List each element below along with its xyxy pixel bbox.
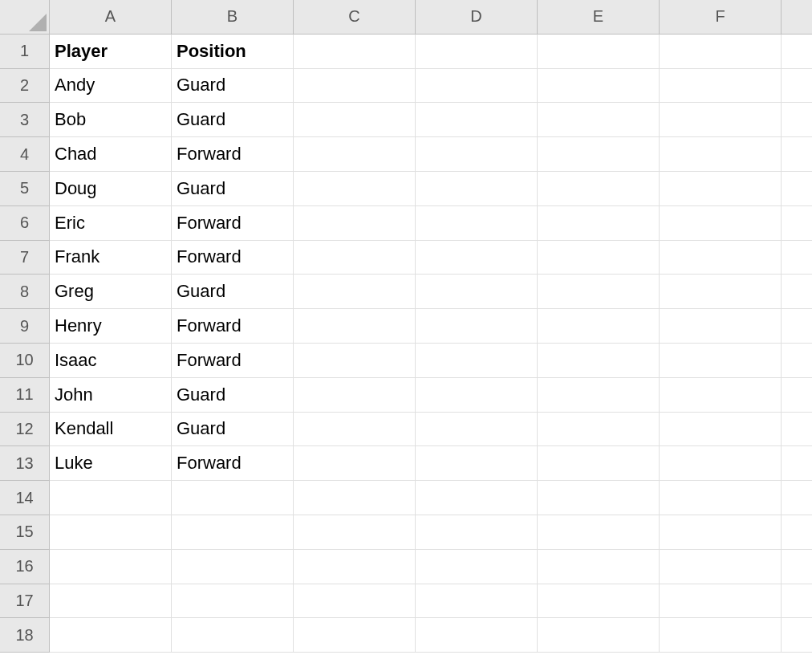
row-header-7[interactable]: 7: [0, 241, 50, 275]
row-header-15[interactable]: 15: [0, 515, 50, 550]
cell-B8[interactable]: Guard: [172, 275, 294, 309]
cell-F13[interactable]: [660, 446, 782, 481]
row-header-3[interactable]: 3: [0, 103, 50, 137]
cell-B17[interactable]: [172, 584, 294, 619]
cell-E12[interactable]: [538, 413, 660, 447]
cell-B2[interactable]: Guard: [172, 69, 294, 104]
cell-F14[interactable]: [660, 481, 782, 515]
col-header-A[interactable]: A: [50, 0, 172, 35]
cell-G11[interactable]: [782, 378, 812, 413]
cell-E8[interactable]: [538, 275, 660, 309]
row-header-1[interactable]: 1: [0, 35, 50, 69]
cell-E10[interactable]: [538, 344, 660, 378]
spreadsheet-grid[interactable]: A B C D E F 1 Player Position 2 Andy Gua…: [0, 0, 812, 653]
cell-F10[interactable]: [660, 344, 782, 378]
cell-E15[interactable]: [538, 515, 660, 550]
cell-G5[interactable]: [782, 172, 812, 206]
cell-C17[interactable]: [294, 584, 416, 619]
cell-C16[interactable]: [294, 550, 416, 584]
cell-A3[interactable]: Bob: [50, 103, 172, 137]
cell-A13[interactable]: Luke: [50, 446, 172, 481]
cell-C6[interactable]: [294, 206, 416, 241]
cell-B3[interactable]: Guard: [172, 103, 294, 137]
cell-B16[interactable]: [172, 550, 294, 584]
cell-D13[interactable]: [416, 446, 538, 481]
cell-E6[interactable]: [538, 206, 660, 241]
cell-E17[interactable]: [538, 584, 660, 619]
cell-G8[interactable]: [782, 275, 812, 309]
cell-C7[interactable]: [294, 241, 416, 275]
cell-D7[interactable]: [416, 241, 538, 275]
cell-G6[interactable]: [782, 206, 812, 241]
cell-E11[interactable]: [538, 378, 660, 413]
cell-D12[interactable]: [416, 413, 538, 447]
row-header-6[interactable]: 6: [0, 206, 50, 241]
cell-B11[interactable]: Guard: [172, 378, 294, 413]
cell-D2[interactable]: [416, 69, 538, 104]
cell-F8[interactable]: [660, 275, 782, 309]
cell-F5[interactable]: [660, 172, 782, 206]
cell-G2[interactable]: [782, 69, 812, 104]
cell-D18[interactable]: [416, 618, 538, 653]
cell-G14[interactable]: [782, 481, 812, 515]
row-header-14[interactable]: 14: [0, 481, 50, 515]
cell-F9[interactable]: [660, 309, 782, 344]
cell-E18[interactable]: [538, 618, 660, 653]
cell-C5[interactable]: [294, 172, 416, 206]
cell-A4[interactable]: Chad: [50, 137, 172, 172]
cell-A1[interactable]: Player: [50, 35, 172, 69]
cell-E3[interactable]: [538, 103, 660, 137]
cell-E4[interactable]: [538, 137, 660, 172]
row-header-4[interactable]: 4: [0, 137, 50, 172]
row-header-18[interactable]: 18: [0, 618, 50, 653]
cell-F18[interactable]: [660, 618, 782, 653]
cell-A18[interactable]: [50, 618, 172, 653]
cell-A9[interactable]: Henry: [50, 309, 172, 344]
cell-G18[interactable]: [782, 618, 812, 653]
cell-D16[interactable]: [416, 550, 538, 584]
cell-D3[interactable]: [416, 103, 538, 137]
cell-F12[interactable]: [660, 413, 782, 447]
col-header-F[interactable]: F: [660, 0, 782, 35]
cell-D8[interactable]: [416, 275, 538, 309]
cell-B4[interactable]: Forward: [172, 137, 294, 172]
cell-A2[interactable]: Andy: [50, 69, 172, 104]
cell-F6[interactable]: [660, 206, 782, 241]
cell-C1[interactable]: [294, 35, 416, 69]
cell-G12[interactable]: [782, 413, 812, 447]
cell-C13[interactable]: [294, 446, 416, 481]
cell-A6[interactable]: Eric: [50, 206, 172, 241]
cell-B15[interactable]: [172, 515, 294, 550]
cell-E7[interactable]: [538, 241, 660, 275]
cell-A10[interactable]: Isaac: [50, 344, 172, 378]
cell-B12[interactable]: Guard: [172, 413, 294, 447]
cell-D11[interactable]: [416, 378, 538, 413]
cell-D1[interactable]: [416, 35, 538, 69]
cell-G4[interactable]: [782, 137, 812, 172]
cell-G1[interactable]: [782, 35, 812, 69]
cell-D10[interactable]: [416, 344, 538, 378]
cell-C9[interactable]: [294, 309, 416, 344]
cell-A7[interactable]: Frank: [50, 241, 172, 275]
cell-A15[interactable]: [50, 515, 172, 550]
cell-B14[interactable]: [172, 481, 294, 515]
cell-C8[interactable]: [294, 275, 416, 309]
cell-E16[interactable]: [538, 550, 660, 584]
cell-C18[interactable]: [294, 618, 416, 653]
col-header-G-partial[interactable]: [782, 0, 812, 35]
cell-G13[interactable]: [782, 446, 812, 481]
cell-D4[interactable]: [416, 137, 538, 172]
cell-A8[interactable]: Greg: [50, 275, 172, 309]
row-header-9[interactable]: 9: [0, 309, 50, 344]
cell-C10[interactable]: [294, 344, 416, 378]
cell-C14[interactable]: [294, 481, 416, 515]
cell-C2[interactable]: [294, 69, 416, 104]
row-header-5[interactable]: 5: [0, 172, 50, 206]
cell-F11[interactable]: [660, 378, 782, 413]
cell-F16[interactable]: [660, 550, 782, 584]
cell-G16[interactable]: [782, 550, 812, 584]
cell-E1[interactable]: [538, 35, 660, 69]
cell-A16[interactable]: [50, 550, 172, 584]
cell-D17[interactable]: [416, 584, 538, 619]
cell-F3[interactable]: [660, 103, 782, 137]
